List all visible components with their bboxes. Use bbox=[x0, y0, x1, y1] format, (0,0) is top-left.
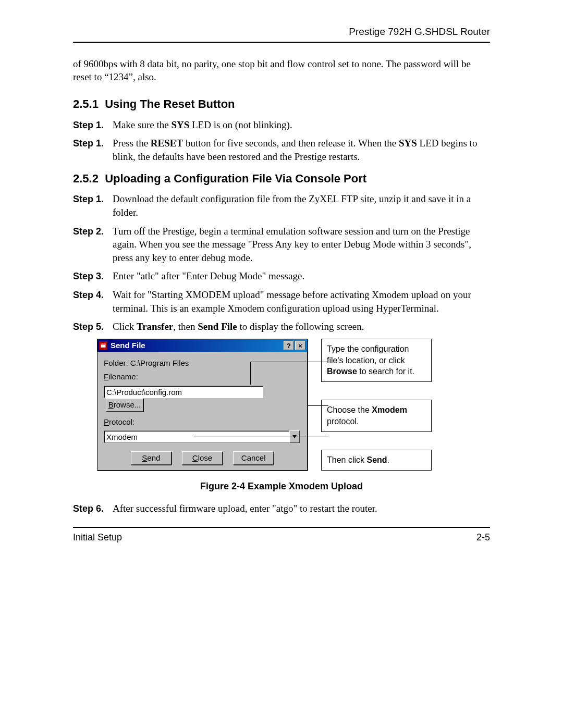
text: button for five seconds, and then releas… bbox=[183, 138, 399, 149]
header-rule bbox=[73, 42, 490, 43]
text: rotocol: bbox=[109, 417, 134, 426]
page-number: 2-5 bbox=[476, 531, 490, 544]
document-header: Prestige 792H G.SHDSL Router bbox=[73, 25, 490, 39]
connector-line bbox=[308, 405, 328, 406]
step-label: Step 4. bbox=[73, 288, 113, 315]
footer-section: Initial Setup bbox=[73, 531, 122, 544]
text: Choose the bbox=[327, 405, 372, 414]
text: Press the bbox=[113, 138, 151, 149]
section-num: 2.5.2 bbox=[73, 172, 99, 185]
annotation-box: Type the configuration file's location, … bbox=[321, 339, 432, 382]
underline-char: S bbox=[142, 453, 147, 463]
step-body: Wait for "Starting XMODEM upload" messag… bbox=[113, 288, 490, 315]
step-body: After successful firmware upload, enter … bbox=[113, 502, 490, 515]
close-icon[interactable]: × bbox=[295, 341, 305, 350]
step-label: Step 1. bbox=[73, 137, 113, 163]
dialog-titlebar[interactable]: Send File ? × bbox=[97, 339, 307, 352]
step-body: Click Transfer, then Send File to displa… bbox=[113, 320, 490, 334]
step-label: Step 2. bbox=[73, 225, 113, 265]
cancel-button[interactable]: Cancel bbox=[233, 451, 274, 465]
annotation-box: Then click Send. bbox=[321, 450, 432, 471]
browse-button[interactable]: Browse... bbox=[106, 398, 143, 412]
section-num: 2.5.1 bbox=[73, 97, 99, 110]
step-row: Step 4. Wait for "Starting XMODEM upload… bbox=[73, 288, 490, 315]
underline-char: P bbox=[104, 417, 109, 426]
text: to search for it. bbox=[357, 367, 414, 376]
text: rowse... bbox=[114, 400, 141, 410]
step-body: Make sure the SYS LED is on (not blinkin… bbox=[113, 118, 490, 132]
text: protocol. bbox=[327, 417, 359, 426]
filename-label: Filename: bbox=[104, 372, 301, 382]
section-title: Uploading a Configuration File Via Conso… bbox=[105, 172, 366, 185]
text: Cancel bbox=[241, 453, 266, 463]
folder-label: Folder: C:\Program Files bbox=[104, 358, 301, 368]
text: end bbox=[147, 453, 160, 463]
text: , then bbox=[173, 321, 198, 332]
step-body: Turn off the Prestige, begin a terminal … bbox=[113, 225, 490, 265]
bold-text: SYS bbox=[399, 138, 417, 149]
step-row: Step 1. Make sure the SYS LED is on (not… bbox=[73, 118, 490, 132]
text: . bbox=[387, 455, 389, 464]
intro-text-post: ”, also. bbox=[129, 71, 156, 82]
close-button[interactable]: Close bbox=[182, 451, 223, 465]
step-label: Step 1. bbox=[73, 118, 113, 132]
help-button[interactable]: ? bbox=[284, 341, 294, 350]
bold-text: Transfer bbox=[137, 321, 173, 332]
text: Click bbox=[113, 321, 137, 332]
text: Then click bbox=[327, 455, 366, 464]
step-label: Step 6. bbox=[73, 502, 113, 515]
section-heading-2-5-2: 2.5.2 Uploading a Configuration File Via… bbox=[73, 171, 490, 187]
intro-password: 1234 bbox=[109, 71, 129, 82]
bold-text: Xmodem bbox=[372, 405, 407, 414]
text: Type the configuration file's location, … bbox=[327, 344, 409, 365]
footer-rule bbox=[73, 527, 490, 528]
app-icon bbox=[99, 341, 107, 350]
bold-text: Browse bbox=[327, 367, 357, 376]
text: to display the following screen. bbox=[237, 321, 364, 332]
step-row: Step 1. Download the default configurati… bbox=[73, 192, 490, 219]
bold-text: Send File bbox=[198, 321, 237, 332]
dialog-title: Send File bbox=[111, 340, 283, 351]
underline-char: C bbox=[192, 453, 198, 463]
step-label: Step 5. bbox=[73, 320, 113, 334]
connector-line bbox=[250, 362, 328, 362]
connector-line bbox=[240, 437, 328, 437]
send-button[interactable]: Send bbox=[131, 451, 172, 465]
step-row: Step 6. After successful firmware upload… bbox=[73, 502, 490, 515]
text: ilename: bbox=[108, 372, 138, 381]
step-body: Press the RESET button for five seconds,… bbox=[113, 137, 490, 163]
svg-rect-1 bbox=[101, 343, 106, 344]
step-body: Enter "atlc" after "Enter Debug Mode" me… bbox=[113, 269, 490, 283]
underline-char: B bbox=[108, 400, 114, 410]
text: LED is on (not blinking). bbox=[189, 119, 292, 130]
underline-char: F bbox=[104, 372, 108, 381]
figure-caption: Figure 2-4 Example Xmodem Upload bbox=[73, 480, 490, 492]
step-label: Step 3. bbox=[73, 269, 113, 283]
bold-text: RESET bbox=[151, 138, 183, 149]
step-row: Step 2. Turn off the Prestige, begin a t… bbox=[73, 225, 490, 265]
text: lose bbox=[198, 453, 213, 463]
bold-text: SYS bbox=[171, 119, 189, 130]
step-row: Step 1. Press the RESET button for five … bbox=[73, 137, 490, 163]
step-label: Step 1. bbox=[73, 192, 113, 219]
step-row: Step 3. Enter "atlc" after "Enter Debug … bbox=[73, 269, 490, 283]
protocol-label: Protocol: bbox=[104, 417, 301, 427]
text: Make sure the bbox=[113, 119, 171, 130]
send-file-dialog: Send File ? × Folder: C:\Program Files F… bbox=[97, 339, 308, 471]
bold-text: Send bbox=[366, 455, 387, 464]
filename-field[interactable]: C:\Product\config.rom bbox=[104, 386, 263, 398]
intro-paragraph: of 9600bps with 8 data bit, no parity, o… bbox=[73, 57, 490, 84]
section-heading-2-5-1: 2.5.1 Using The Reset Button bbox=[73, 96, 490, 112]
connector-line bbox=[250, 362, 251, 385]
step-row: Step 5. Click Transfer, then Send File t… bbox=[73, 320, 490, 334]
annotation-box: Choose the Xmodem protocol. bbox=[321, 400, 432, 431]
step-body: Download the default configuration file … bbox=[113, 192, 490, 219]
section-title: Using The Reset Button bbox=[105, 97, 235, 110]
